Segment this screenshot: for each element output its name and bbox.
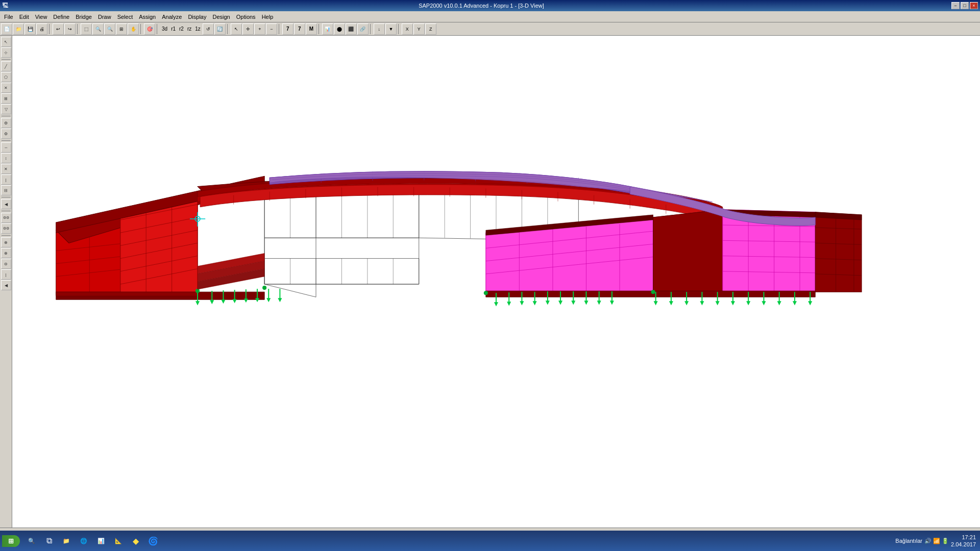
tool-grp1[interactable]: ⚙⚙	[1, 213, 11, 223]
lt-sep4	[2, 197, 11, 197]
refresh-button[interactable]: 🔄	[214, 23, 226, 35]
assign-frame-tool[interactable]: ⚙	[1, 118, 11, 128]
view-r2-label: r2	[178, 26, 185, 32]
menu-define[interactable]: Define	[50, 13, 72, 21]
divider-tool[interactable]: |	[1, 269, 11, 280]
title-controls[interactable]: − □ ×	[951, 2, 978, 9]
zoom-in-button[interactable]: 🔍	[92, 23, 104, 35]
svg-point-159	[651, 290, 655, 294]
frame-display[interactable]: 📊	[322, 23, 333, 35]
sep3	[140, 24, 142, 34]
undo-button[interactable]: ↩	[53, 23, 64, 35]
open-button[interactable]: 📁	[13, 23, 24, 35]
svg-marker-97	[56, 292, 198, 296]
maximize-button[interactable]: □	[961, 2, 969, 9]
pan-button[interactable]: ✋	[128, 23, 139, 35]
sep8	[370, 24, 372, 34]
taskbar-autocad[interactable]: 📐	[111, 533, 126, 548]
rotate-button[interactable]: ↺	[203, 23, 214, 35]
tool-grp2[interactable]: ⚙⚙	[1, 223, 11, 234]
menu-bar: FileEditViewDefineBridgeDrawSelectAssign…	[0, 11, 980, 22]
taskbar-explorer[interactable]: 📁	[59, 533, 74, 548]
axis-y[interactable]: Y	[413, 23, 425, 35]
select-move-tool[interactable]: ⊹	[1, 47, 11, 58]
save-button[interactable]: 💾	[24, 23, 36, 35]
start-button[interactable]: ⊞	[2, 535, 20, 547]
m-btn[interactable]: M	[306, 23, 317, 35]
select-arrow-tool[interactable]: ↖	[1, 37, 11, 47]
draw-tri-tool[interactable]: ▽	[1, 104, 11, 114]
bc-display[interactable]: ▼	[385, 23, 397, 35]
menu-help[interactable]: Help	[259, 13, 277, 21]
menu-design[interactable]: Design	[209, 13, 233, 21]
rubber-band-button[interactable]: ⬚	[81, 23, 92, 35]
draw-poly-tool[interactable]: ⬠	[1, 72, 11, 82]
extrude-x-tool[interactable]: ↔	[1, 142, 11, 153]
menu-view[interactable]: View	[32, 13, 51, 21]
svg-point-158	[484, 291, 488, 295]
num7-btn[interactable]: 7	[282, 23, 293, 35]
menu-file[interactable]: File	[1, 13, 16, 21]
taskbar-edge[interactable]: 🌐	[76, 533, 91, 548]
title-text: SAP2000 v10.0.1 Advanced - Kopru 1 - [3-…	[419, 3, 544, 9]
zoom-out-button[interactable]: 🔍	[104, 23, 115, 35]
taskbar-excel[interactable]: 📊	[93, 533, 109, 548]
minimize-button[interactable]: −	[951, 2, 960, 9]
draw-x-tool[interactable]: ✕	[1, 83, 11, 93]
sep4	[157, 24, 159, 34]
menu-display[interactable]: Display	[185, 13, 209, 21]
taskbar: ⊞ 🔍 ⧉ 📁 🌐 📊 📐 ◆ 🌀 Bağlantılar 🔊 📶 🔋 17:2…	[0, 531, 980, 551]
minus-button[interactable]: −	[266, 23, 277, 35]
menu-analyze[interactable]: Analyze	[159, 13, 185, 21]
sep7	[318, 24, 321, 34]
joint-display[interactable]: ⬤	[334, 23, 345, 35]
zoom-all-button[interactable]: ⊞	[116, 23, 127, 35]
lt-sep2	[2, 116, 11, 116]
menu-options[interactable]: Options	[233, 13, 259, 21]
assign-shell-tool[interactable]: ⚙	[1, 129, 11, 139]
taskbar-sap[interactable]: ◆	[128, 533, 143, 548]
menu-edit[interactable]: Edit	[16, 13, 32, 21]
view-rz-label: rz	[186, 26, 193, 32]
menu-draw[interactable]: Draw	[95, 13, 114, 21]
shell-display[interactable]: ⬛	[346, 23, 357, 35]
snap-button[interactable]: 🎯	[144, 23, 155, 35]
title-bar: 🏗 SAP2000 v10.0.1 Advanced - Kopru 1 - […	[0, 0, 980, 11]
view-r1-label: r1	[169, 26, 177, 32]
minus-x-tool[interactable]: ⊖	[1, 259, 11, 269]
extrude-y-tool[interactable]: ↕	[1, 153, 11, 163]
select-pointer[interactable]: ↖	[231, 23, 242, 35]
new-button[interactable]: 📄	[1, 23, 12, 35]
plus-y-tool[interactable]: ⊕	[1, 248, 11, 258]
plus-x-tool[interactable]: ⊕	[1, 237, 11, 247]
axis-x[interactable]: X	[402, 23, 413, 35]
print-button[interactable]: 🖨	[36, 23, 47, 35]
taskbar-search[interactable]: 🔍	[24, 533, 39, 548]
sep1	[49, 24, 51, 34]
num7b-btn[interactable]: 7	[294, 23, 305, 35]
load-display[interactable]: ↓	[374, 23, 385, 35]
taskbar-taskview[interactable]: ⧉	[41, 533, 57, 548]
expand-lt[interactable]: ◀	[1, 280, 11, 290]
menu-assign[interactable]: Assign	[136, 13, 159, 21]
join-tool[interactable]: ⊟	[1, 185, 11, 195]
draw-line-tool[interactable]: ╱	[1, 61, 11, 71]
extrude-z-tool[interactable]: ✕	[1, 164, 11, 174]
close-button[interactable]: ×	[970, 2, 978, 9]
lt-sep1	[2, 59, 11, 60]
menu-select[interactable]: Select	[114, 13, 136, 21]
viewport[interactable]	[12, 36, 980, 528]
axis-z[interactable]: Z	[425, 23, 436, 35]
svg-marker-76	[653, 210, 723, 292]
redo-button[interactable]: ↪	[64, 23, 76, 35]
add-button[interactable]: +	[254, 23, 265, 35]
draw-grid-tool[interactable]: ⊞	[1, 93, 11, 104]
menu-bridge[interactable]: Bridge	[72, 13, 95, 21]
expand-sidebar[interactable]: ◀	[1, 199, 11, 209]
split-tool[interactable]: |	[1, 174, 11, 185]
sep9	[398, 24, 400, 34]
taskbar-app2[interactable]: 🌀	[145, 533, 161, 548]
lt-sep5	[2, 211, 11, 211]
move-button[interactable]: ✛	[242, 23, 254, 35]
link-display[interactable]: 🔗	[357, 23, 369, 35]
